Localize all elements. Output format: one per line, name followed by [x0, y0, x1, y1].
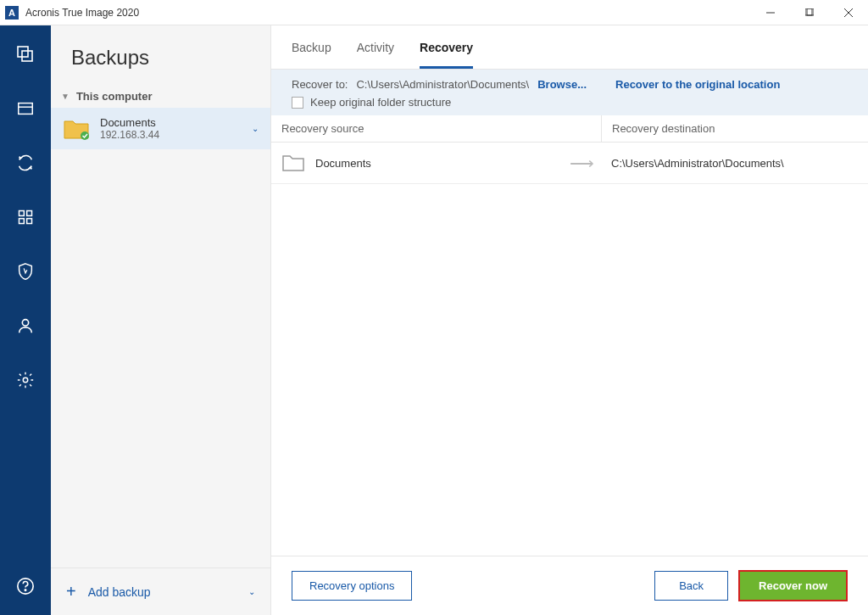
row-destination-label: C:\Users\Administrator\Documents\ — [611, 157, 858, 170]
add-backup-label: Add backup — [88, 585, 151, 599]
minimize-button[interactable] — [751, 0, 790, 25]
recover-now-button[interactable]: Recover now — [738, 570, 848, 601]
app-icon: A — [5, 6, 19, 20]
svg-rect-9 — [19, 211, 25, 216]
svg-point-13 — [22, 320, 28, 326]
nav-account-icon[interactable] — [14, 314, 37, 338]
folder-outline-icon — [281, 154, 305, 172]
recover-bar: Recover to: C:\Users\Administrator\Docum… — [271, 70, 868, 115]
chevron-down-icon[interactable]: ⌄ — [248, 587, 255, 596]
chevron-down-icon: ▼ — [61, 92, 70, 101]
keep-structure-label: Keep original folder structure — [310, 96, 451, 109]
nav-dashboard-icon[interactable] — [14, 205, 37, 229]
browse-link[interactable]: Browse... — [537, 78, 587, 91]
chevron-down-icon[interactable]: ⌄ — [252, 124, 259, 133]
tabs: Backup Activity Recovery — [271, 25, 868, 70]
sidebar-bottom: + Add backup ⌄ — [51, 567, 270, 615]
nav-settings-icon[interactable] — [14, 368, 37, 392]
arrow-right-icon: ⟶ — [570, 153, 594, 173]
svg-rect-6 — [22, 51, 32, 61]
svg-rect-12 — [27, 219, 32, 224]
column-destination: Recovery destination — [602, 115, 868, 142]
window-title: Acronis True Image 2020 — [25, 7, 751, 19]
columns-header: Recovery source Recovery destination — [271, 115, 868, 143]
svg-point-17 — [81, 131, 89, 140]
svg-point-14 — [23, 377, 28, 383]
nav-sync-icon[interactable] — [14, 151, 37, 175]
column-source: Recovery source — [271, 115, 602, 142]
recover-to-path: C:\Users\Administrator\Documents\ — [356, 78, 529, 91]
svg-rect-2 — [807, 8, 814, 15]
svg-rect-10 — [27, 211, 32, 216]
svg-rect-1 — [805, 8, 812, 15]
sidebar-group-header[interactable]: ▼ This computer — [51, 85, 270, 108]
keep-structure-checkbox[interactable] — [292, 97, 303, 109]
row-source-label: Documents — [315, 157, 371, 170]
recover-to-label: Recover to: — [292, 78, 348, 91]
nav-backup-icon[interactable] — [14, 42, 37, 66]
add-backup-button[interactable]: + Add backup — [66, 582, 248, 601]
tab-activity[interactable]: Activity — [357, 41, 394, 69]
sidebar-heading: Backups — [51, 25, 270, 85]
maximize-button[interactable] — [790, 0, 829, 25]
content: Backup Activity Recovery Recover to: C:\… — [271, 25, 868, 615]
window-controls — [751, 0, 868, 25]
close-button[interactable] — [829, 0, 868, 25]
nav-rail — [0, 25, 51, 615]
nav-help-icon[interactable] — [14, 574, 37, 598]
back-button[interactable]: Back — [654, 571, 728, 601]
folder-icon — [63, 118, 90, 140]
tab-recovery[interactable]: Recovery — [420, 41, 473, 69]
nav-protection-icon[interactable] — [14, 260, 37, 283]
recovery-options-button[interactable]: Recovery options — [292, 571, 412, 601]
svg-rect-7 — [19, 103, 33, 115]
titlebar: A Acronis True Image 2020 — [0, 0, 868, 25]
svg-rect-5 — [18, 47, 28, 57]
nav-archive-icon[interactable] — [14, 97, 37, 120]
recovery-row[interactable]: Documents ⟶ C:\Users\Administrator\Docum… — [271, 143, 868, 184]
tab-backup[interactable]: Backup — [292, 41, 331, 69]
svg-rect-11 — [19, 219, 25, 224]
backup-item-name: Documents — [100, 116, 159, 129]
sidebar-group-label: This computer — [76, 90, 153, 103]
recover-original-link[interactable]: Recover to the original location — [615, 78, 780, 91]
backup-item-sub: 192.168.3.44 — [100, 129, 159, 141]
svg-point-16 — [25, 590, 25, 590]
footer: Recovery options Back Recover now — [271, 556, 868, 615]
sidebar: Backups ▼ This computer Documents 192.16… — [51, 25, 271, 615]
backup-item-documents[interactable]: Documents 192.168.3.44 ⌄ — [51, 108, 270, 149]
plus-icon: + — [66, 582, 76, 601]
